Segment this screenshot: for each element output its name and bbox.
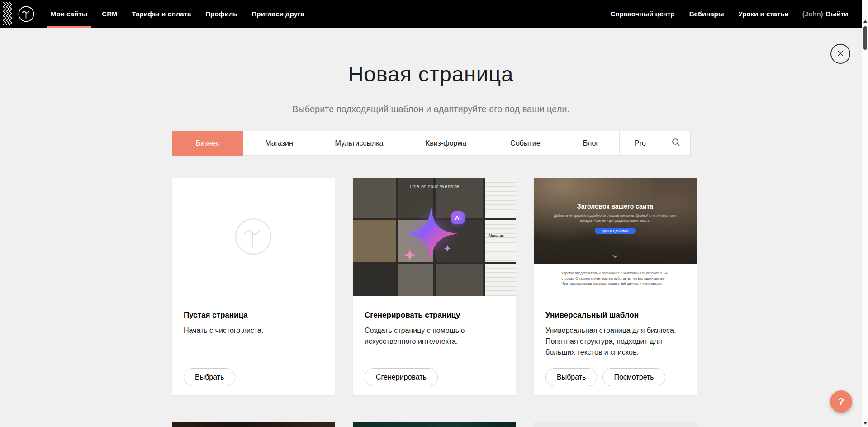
user-account: (John) Выйти bbox=[796, 0, 854, 28]
scrollbar[interactable] bbox=[862, 0, 868, 427]
tab-business[interactable]: Бизнес bbox=[172, 131, 243, 156]
card-title: Сгенерировать страницу bbox=[365, 311, 504, 320]
card-actions: Выбрать bbox=[184, 368, 323, 386]
preview-site-title: Заголовок вашего сайта bbox=[534, 178, 697, 210]
tab-quiz[interactable]: Квиз-форма bbox=[403, 131, 489, 156]
card-body: Сгенерировать страницу Создать страницу … bbox=[353, 296, 516, 395]
tilda-pattern-icon bbox=[0, 0, 14, 28]
tab-multilink[interactable]: Мультиссылка bbox=[315, 131, 403, 156]
collage-tile bbox=[353, 220, 396, 262]
card-description: Универсальная страница для бизнеса. Поня… bbox=[545, 325, 685, 358]
preview-about-label: About us bbox=[488, 233, 504, 237]
card-description: Начать с чистого листа. bbox=[184, 325, 323, 336]
collage-tile bbox=[485, 220, 516, 262]
ai-sparkle-small-icon bbox=[403, 249, 416, 263]
scroll-up-icon[interactable] bbox=[863, 20, 867, 23]
tab-store[interactable]: Магазин bbox=[243, 131, 315, 156]
template-preview bbox=[353, 422, 516, 427]
card-description: Создать страницу с помощью искусственног… bbox=[365, 325, 504, 347]
card-actions: Сгенерировать bbox=[365, 368, 504, 386]
preview-cta-button: Призыв к действию bbox=[595, 228, 636, 234]
nav-my-sites[interactable]: Мои сайты bbox=[43, 0, 95, 28]
page-title: Новая страница bbox=[0, 62, 862, 86]
page-subtitle: Выберите подходящий шаблон и адаптируйте… bbox=[0, 104, 862, 114]
logout-link[interactable]: Выйти bbox=[826, 10, 848, 18]
card-body: Пустая страница Начать с чистого листа. … bbox=[172, 296, 335, 395]
scrollbar-thumb[interactable] bbox=[863, 26, 867, 50]
nav-webinars[interactable]: Вебинары bbox=[682, 0, 731, 28]
templates-grid: Пустая страница Начать с чистого листа. … bbox=[172, 178, 697, 395]
collage-tile bbox=[436, 264, 483, 296]
chevron-down-icon bbox=[612, 251, 618, 260]
template-text-section: Коротко представьтесь и расскажите о ком… bbox=[534, 270, 697, 296]
template-card-partial[interactable] bbox=[353, 422, 516, 427]
template-preview bbox=[534, 422, 697, 427]
select-button[interactable]: Выбрать bbox=[184, 368, 235, 386]
nav-invite-friend[interactable]: Пригласи друга bbox=[244, 0, 311, 28]
main-nav: Мои сайты CRM Тарифы и оплата Профиль Пр… bbox=[43, 0, 312, 28]
card-body: Универсальный шаблон Универсальная стран… bbox=[534, 296, 697, 395]
nav-lessons[interactable]: Уроки и статьи bbox=[731, 0, 796, 28]
select-button[interactable]: Выбрать bbox=[545, 368, 597, 386]
secondary-nav: Справочный центр Вебинары Уроки и статьи… bbox=[603, 0, 862, 28]
view-button[interactable]: Посмотреть bbox=[602, 368, 665, 386]
template-hero: Заголовок вашего сайта Добавьте интересн… bbox=[534, 178, 697, 264]
preview-site-subtitle: Добавьте интересные подробности о вашей … bbox=[552, 214, 679, 223]
help-button[interactable]: ? bbox=[830, 390, 852, 413]
card-title: Универсальный шаблон bbox=[545, 311, 685, 320]
ai-badge: AI bbox=[451, 211, 465, 224]
tab-search[interactable] bbox=[661, 131, 691, 156]
tab-event[interactable]: Событие bbox=[489, 131, 562, 156]
search-icon bbox=[672, 138, 680, 148]
card-ai-generate[interactable]: Title of Your Website About us bbox=[353, 178, 516, 395]
ai-sparkle-small-icon bbox=[443, 244, 451, 254]
card-title: Пустая страница bbox=[184, 311, 323, 320]
nav-help-center[interactable]: Справочный центр bbox=[603, 0, 682, 28]
card-universal-template[interactable]: Заголовок вашего сайта Добавьте интересн… bbox=[534, 178, 697, 395]
template-card-partial[interactable] bbox=[534, 422, 697, 427]
close-icon bbox=[836, 49, 844, 59]
top-navbar: Мои сайты CRM Тарифы и оплата Профиль Пр… bbox=[0, 0, 862, 28]
nav-crm[interactable]: CRM bbox=[95, 0, 124, 28]
card-actions: Выбрать Посмотреть bbox=[545, 368, 685, 386]
template-card-partial[interactable] bbox=[172, 422, 335, 427]
nav-pricing[interactable]: Тарифы и оплата bbox=[124, 0, 198, 28]
scroll-down-icon[interactable] bbox=[863, 422, 867, 425]
tab-blog[interactable]: Блог bbox=[562, 131, 620, 156]
collage-tile bbox=[485, 264, 516, 296]
ai-preview-collage: Title of Your Website About us bbox=[353, 178, 516, 296]
generate-button[interactable]: Сгенерировать bbox=[365, 368, 438, 386]
close-button[interactable] bbox=[830, 44, 850, 64]
nav-profile[interactable]: Профиль bbox=[198, 0, 244, 28]
tab-pro[interactable]: Pro bbox=[619, 131, 661, 156]
tilda-logo[interactable] bbox=[14, 0, 39, 28]
template-preview: Заголовок вашего сайта Добавьте интересн… bbox=[534, 178, 697, 296]
collage-tile bbox=[398, 264, 433, 296]
template-preview bbox=[172, 422, 335, 427]
category-tabs: Бизнес Магазин Мультиссылка Квиз-форма С… bbox=[172, 131, 691, 156]
collage-tile bbox=[353, 264, 396, 296]
tilda-watermark-icon bbox=[233, 216, 274, 259]
card-blank-page[interactable]: Пустая страница Начать с чистого листа. … bbox=[172, 178, 335, 395]
preview-paragraph: Коротко представьтесь и расскажите о ком… bbox=[561, 270, 669, 286]
templates-grid-row2 bbox=[172, 422, 697, 427]
preview-site-title: Title of Your Website bbox=[353, 184, 516, 189]
user-name: (John) bbox=[802, 10, 823, 18]
blank-page-preview bbox=[172, 178, 335, 296]
